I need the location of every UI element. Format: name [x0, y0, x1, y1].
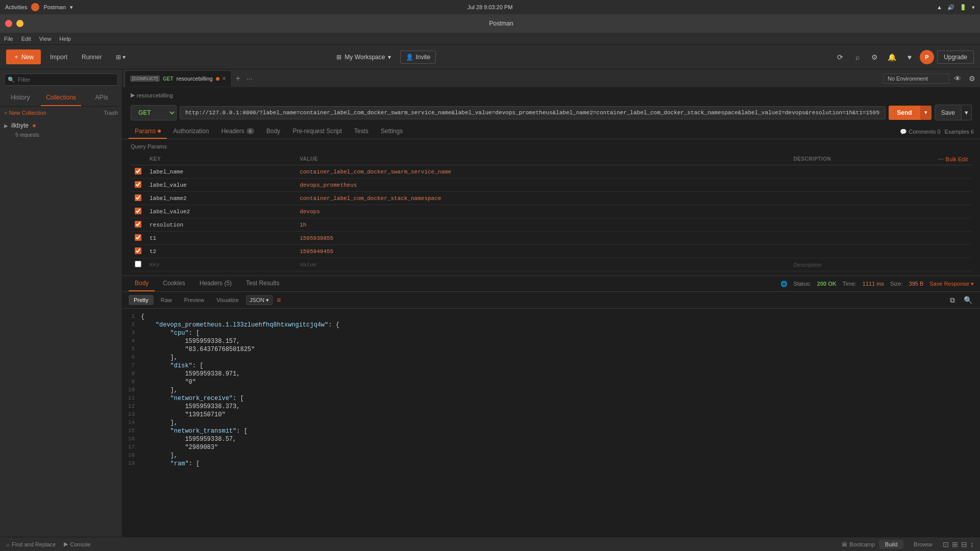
param-key[interactable]: label_value	[145, 179, 296, 192]
examples-button[interactable]: Examples 6	[945, 129, 974, 135]
notifications-button[interactable]: 🔔	[885, 50, 899, 64]
send-dropdown-button[interactable]: ▾	[920, 106, 932, 120]
format-tab-raw[interactable]: Raw	[156, 295, 177, 305]
save-response-button[interactable]: Save Response ▾	[929, 281, 974, 287]
add-tab-button[interactable]: +	[233, 74, 243, 83]
sidebar-search-input[interactable]	[4, 73, 118, 86]
copy-response-button[interactable]: ⧉	[946, 294, 959, 306]
format-tab-preview[interactable]: Preview	[179, 295, 209, 305]
req-tab-pre-request[interactable]: Pre-request Script	[286, 124, 348, 139]
req-tab-body[interactable]: Body	[260, 124, 286, 139]
req-tab-settings[interactable]: Settings	[375, 124, 409, 139]
search-global-button[interactable]: ⌕	[850, 50, 865, 64]
param-checkbox[interactable]	[135, 194, 141, 201]
response-tab-cookies[interactable]: Cookies	[157, 276, 191, 291]
param-key[interactable]: label_name2	[145, 192, 296, 205]
req-tab-authorization[interactable]: Authorization	[167, 124, 215, 139]
wrap-button[interactable]: ≡	[277, 296, 281, 304]
param-value[interactable]: devops_prometheus	[296, 179, 789, 192]
req-tab-tests[interactable]: Tests	[348, 124, 375, 139]
param-description[interactable]	[789, 165, 931, 179]
param-description[interactable]	[789, 205, 931, 218]
import-button[interactable]: Import	[45, 51, 72, 63]
empty-value-cell[interactable]: Value	[296, 258, 789, 271]
menu-help[interactable]: Help	[59, 36, 71, 42]
collection-item-ilkbyte[interactable]: ▶ ilkbyte ★	[0, 119, 122, 132]
bootcamp-button[interactable]: 🏛 Bootcamp	[842, 541, 875, 547]
param-key[interactable]: label_value2	[145, 205, 296, 218]
send-button[interactable]: Send	[889, 106, 920, 120]
view-icon-2[interactable]: ⊞	[952, 540, 958, 548]
menu-file[interactable]: File	[4, 36, 13, 42]
menu-edit[interactable]: Edit	[21, 36, 31, 42]
browse-button[interactable]: Browse	[908, 540, 939, 549]
menu-view[interactable]: View	[39, 36, 52, 42]
save-dropdown-button[interactable]: ▾	[962, 105, 972, 120]
param-checkbox[interactable]	[135, 234, 141, 241]
invite-button[interactable]: 👤 Invite	[400, 51, 436, 64]
view-icon-3[interactable]: ⊟	[961, 540, 967, 548]
param-description[interactable]	[789, 218, 931, 232]
workspace-button[interactable]: ⊞ My Workspace ▾	[331, 51, 396, 63]
runner-button[interactable]: Runner	[77, 51, 107, 63]
format-tab-pretty[interactable]: Pretty	[129, 295, 154, 305]
response-tab-test-results[interactable]: Test Results	[240, 276, 285, 291]
param-checkbox[interactable]	[135, 247, 141, 254]
sidebar-tab-collections[interactable]: Collections	[41, 90, 82, 106]
param-description[interactable]	[789, 192, 931, 205]
param-key[interactable]: resolution	[145, 218, 296, 232]
new-collection-button[interactable]: + New Collection	[4, 110, 46, 116]
req-tab-headers[interactable]: Headers 6	[215, 124, 260, 139]
param-description[interactable]	[789, 245, 931, 258]
format-tab-visualize[interactable]: Visualize	[211, 295, 244, 305]
param-key[interactable]: t1	[145, 232, 296, 245]
settings-button[interactable]: ⚙	[868, 50, 882, 64]
format-type-selector[interactable]: JSON ▾	[246, 295, 273, 305]
env-settings-button[interactable]: ⚙	[966, 72, 978, 85]
method-select[interactable]: GET POST PUT DELETE PATCH	[131, 105, 177, 120]
param-key[interactable]: t2	[145, 245, 296, 258]
sync-button[interactable]: ⟳	[833, 50, 847, 64]
tab-close-button[interactable]: ×	[223, 75, 226, 82]
more-tabs-button[interactable]: ···	[244, 74, 255, 83]
close-button[interactable]	[5, 20, 12, 27]
layout-button[interactable]: ⊞ ▾	[111, 51, 131, 63]
environment-select[interactable]: No Environment	[883, 73, 949, 84]
request-tab[interactable]: [CONFLICT] GET resourcebilling ×	[125, 70, 232, 87]
comments-button[interactable]: 💬 Comments 0	[900, 129, 940, 135]
build-button[interactable]: Build	[879, 540, 903, 549]
param-value[interactable]: container_label_com_docker_stack_namespa…	[296, 192, 789, 205]
param-key[interactable]: label_name	[145, 165, 296, 179]
param-value[interactable]: 1h	[296, 218, 789, 232]
param-value[interactable]: container_label_com_docker_swarm_service…	[296, 165, 789, 179]
env-eye-button[interactable]: 👁	[951, 72, 964, 85]
view-icon-4[interactable]: ↕	[970, 540, 974, 548]
param-description[interactable]	[789, 232, 931, 245]
console-item[interactable]: ▶ Console	[64, 541, 90, 547]
new-button[interactable]: ＋ New	[6, 49, 41, 64]
param-value[interactable]: devops	[296, 205, 789, 218]
bulk-edit-button[interactable]: Bulk Edit	[946, 156, 968, 162]
param-description[interactable]	[789, 179, 931, 192]
find-replace-item[interactable]: ⌕ Find and Replace	[6, 541, 56, 547]
param-checkbox[interactable]	[135, 208, 141, 214]
view-icon-1[interactable]: ⊡	[943, 540, 949, 548]
param-checkbox[interactable]	[135, 181, 141, 188]
save-button[interactable]: Save	[935, 105, 962, 120]
search-response-button[interactable]: 🔍	[962, 294, 974, 306]
trash-button[interactable]: Trash	[104, 110, 118, 116]
response-tab-headers[interactable]: Headers (5)	[193, 276, 238, 291]
empty-key-cell[interactable]: Key	[145, 258, 296, 271]
empty-param-checkbox[interactable]	[135, 261, 141, 267]
upgrade-button[interactable]: Upgrade	[937, 51, 974, 64]
column-more-button[interactable]: ···	[938, 155, 944, 163]
heart-button[interactable]: ♥	[902, 50, 917, 64]
req-tab-params[interactable]: Params	[129, 124, 167, 139]
sidebar-tab-apis[interactable]: APIs	[81, 90, 122, 106]
avatar[interactable]: P	[920, 50, 934, 64]
param-value[interactable]: 1595940455	[296, 245, 789, 258]
param-checkbox[interactable]	[135, 168, 141, 174]
empty-desc-cell[interactable]: Description	[789, 258, 931, 271]
sidebar-tab-history[interactable]: History	[0, 90, 41, 106]
response-tab-body[interactable]: Body	[129, 276, 155, 291]
